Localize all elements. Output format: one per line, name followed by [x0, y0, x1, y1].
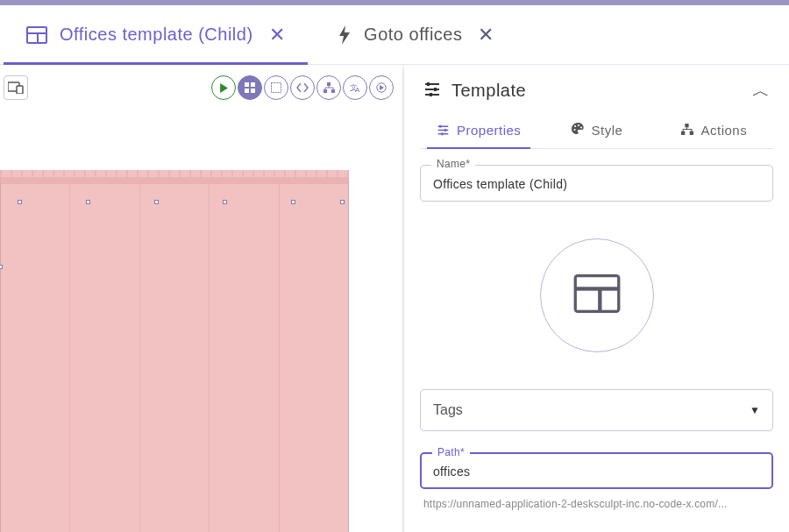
canvas-toolbar: 文A — [211, 75, 394, 100]
svg-point-23 — [573, 125, 575, 127]
svg-rect-33 — [601, 291, 617, 310]
svg-rect-11 — [327, 82, 331, 86]
path-field[interactable]: Path* — [420, 452, 773, 489]
panel-title: Template — [451, 81, 742, 101]
svg-point-25 — [579, 126, 581, 128]
svg-rect-19 — [430, 93, 432, 96]
svg-point-24 — [577, 124, 579, 126]
template-thumbnail[interactable] — [540, 238, 654, 352]
svg-rect-28 — [681, 131, 685, 134]
subtab-style[interactable]: Style — [537, 115, 655, 148]
svg-rect-2 — [28, 34, 37, 42]
tune-icon — [423, 82, 441, 101]
svg-rect-22 — [441, 132, 443, 135]
tags-field[interactable]: Tags ▼ — [420, 389, 773, 431]
svg-rect-6 — [245, 82, 249, 87]
bounds-button[interactable] — [264, 75, 288, 100]
subtab-properties[interactable]: Properties — [420, 115, 537, 148]
svg-rect-5 — [17, 86, 23, 94]
actions-icon — [681, 123, 693, 138]
close-icon[interactable]: ✕ — [266, 25, 289, 45]
svg-rect-18 — [434, 88, 437, 91]
svg-rect-21 — [444, 129, 446, 131]
chevron-up-icon[interactable]: ︿ — [752, 79, 770, 103]
svg-point-26 — [573, 129, 575, 131]
properties-panel: Template ︿ Properties Style Actions — [403, 65, 789, 532]
field-label: Name* — [431, 158, 475, 170]
subtab-actions[interactable]: Actions — [656, 115, 773, 148]
svg-text:A: A — [355, 86, 360, 93]
svg-rect-13 — [331, 89, 335, 93]
svg-rect-1 — [28, 28, 46, 32]
document-tabs: Offices template (Child) ✕ Goto offices … — [0, 5, 789, 65]
path-url-hint: https://unnamed-application-2-desksculpt… — [423, 498, 773, 510]
svg-rect-17 — [427, 82, 430, 86]
close-icon[interactable]: ✕ — [474, 25, 498, 45]
subtab-label: Properties — [457, 123, 521, 138]
tab-label: Goto offices — [364, 25, 462, 45]
svg-rect-31 — [576, 277, 616, 287]
svg-rect-27 — [686, 124, 689, 127]
path-input[interactable] — [433, 465, 760, 479]
svg-rect-29 — [690, 131, 693, 134]
svg-rect-8 — [245, 89, 249, 93]
panel-header[interactable]: Template ︿ — [420, 65, 773, 111]
translate-button[interactable]: 文A — [343, 75, 367, 100]
svg-rect-3 — [39, 34, 46, 42]
subtab-label: Actions — [700, 123, 747, 138]
chevron-down-icon[interactable]: ▼ — [750, 404, 760, 416]
responsive-preview-button[interactable] — [4, 75, 28, 100]
selected-container[interactable] — [0, 177, 349, 532]
name-input[interactable] — [433, 177, 760, 191]
tags-label: Tags — [433, 402, 463, 418]
palette-icon — [571, 122, 585, 138]
svg-rect-10 — [272, 83, 281, 93]
tab-label: Offices template (Child) — [60, 25, 253, 45]
code-button[interactable] — [290, 75, 315, 100]
svg-rect-9 — [251, 89, 255, 93]
design-canvas[interactable]: 文A — [0, 68, 403, 532]
run-button[interactable] — [211, 75, 236, 100]
template-icon — [26, 26, 47, 44]
grid-view-button[interactable] — [238, 75, 262, 100]
name-field[interactable]: Name* — [420, 165, 773, 202]
subtab-label: Style — [592, 123, 623, 138]
field-label: Path* — [432, 446, 470, 458]
template-icon — [573, 274, 621, 316]
panel-subtabs: Properties Style Actions — [420, 115, 773, 149]
tab-offices-template[interactable]: Offices template (Child) ✕ — [0, 5, 311, 64]
forward-button[interactable] — [369, 75, 394, 100]
svg-rect-12 — [323, 89, 327, 93]
tab-goto-offices[interactable]: Goto offices ✕ — [311, 5, 521, 64]
hierarchy-button[interactable] — [316, 75, 341, 100]
svg-rect-32 — [576, 291, 597, 310]
svg-rect-20 — [439, 124, 441, 127]
svg-rect-7 — [251, 82, 255, 87]
bolt-icon — [338, 25, 352, 45]
